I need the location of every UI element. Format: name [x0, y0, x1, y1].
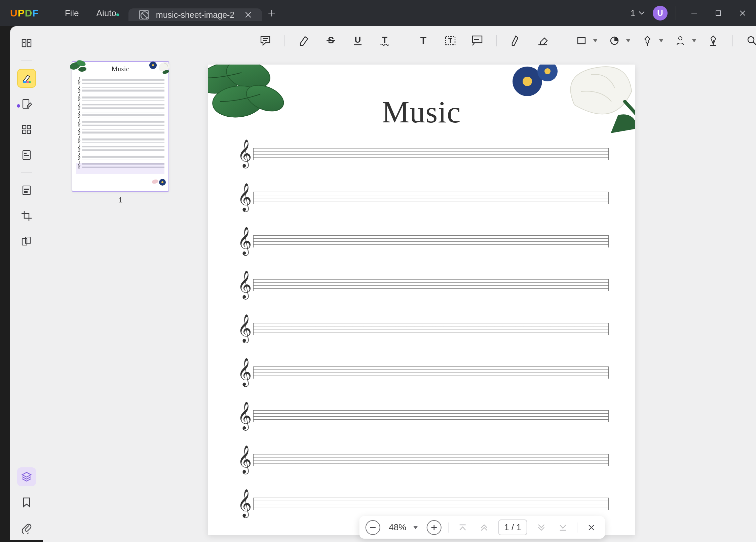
signature-stamp-tool[interactable] [671, 31, 696, 50]
callout-tool[interactable] [467, 31, 487, 50]
strikethrough-tool[interactable]: S [321, 31, 341, 50]
open-docs-counter[interactable]: 1 [627, 8, 649, 18]
music-staff-row: 𝄞 [234, 274, 609, 297]
comment-mode-button[interactable] [17, 69, 36, 88]
page-indicator[interactable]: 1 / 1 [498, 519, 527, 535]
zoom-in-button[interactable] [426, 520, 441, 535]
squiggly-tool[interactable]: T [375, 31, 394, 50]
thumb-mini-staff: 𝄞 [76, 87, 164, 94]
sticker-tool[interactable] [605, 31, 630, 50]
close-icon [739, 9, 746, 17]
music-staff-row: 𝄞 [234, 361, 609, 385]
highlight-tool[interactable] [294, 31, 314, 50]
textbox-tool[interactable]: T [441, 31, 460, 50]
zoom-dropdown[interactable]: 48% [387, 522, 420, 533]
reader-mode-button[interactable] [17, 34, 36, 52]
thumb-mini-staff: 𝄞 [76, 112, 164, 119]
rectangle-tool[interactable] [572, 31, 597, 50]
organize-pages-button[interactable] [17, 120, 36, 139]
treble-clef-icon: 𝄞 [77, 120, 81, 126]
svg-rect-15 [23, 125, 26, 129]
thumb-mini-staff: 𝄞 [76, 95, 164, 103]
treble-clef-icon: 𝄞 [237, 185, 252, 209]
window-maximize-button[interactable] [708, 5, 728, 21]
tab-close-button[interactable] [242, 8, 255, 21]
pencil-icon [511, 35, 521, 47]
zoom-value: 48% [389, 522, 406, 533]
music-staves: 𝄞𝄞𝄞𝄞𝄞𝄞𝄞𝄞𝄞 [208, 143, 635, 516]
thumb-mini-staff: 𝄞 [76, 137, 164, 145]
menu-help[interactable]: Aiuto [88, 8, 125, 18]
bar-line [253, 410, 254, 422]
signature-tool[interactable] [704, 31, 723, 50]
treble-clef-icon: 𝄞 [77, 86, 81, 92]
underline-tool[interactable]: U [348, 31, 368, 50]
chevron-down-icon [639, 11, 645, 15]
stamp-tool-button[interactable] [638, 31, 657, 50]
thumb-mini-staff: 𝄞 [76, 146, 164, 153]
stamp-tool[interactable] [638, 31, 663, 50]
separator [562, 35, 562, 46]
thumbnail-page-number: 1 [59, 196, 182, 204]
staff-lines [82, 104, 164, 110]
signature-stamp-button[interactable] [671, 31, 690, 50]
search-button[interactable] [742, 31, 756, 50]
text-tool[interactable]: T [414, 31, 433, 50]
forms-mode-button[interactable] [17, 146, 36, 164]
note-tool[interactable] [256, 31, 275, 50]
crop-button[interactable] [17, 206, 36, 225]
sticker-tool-button[interactable] [605, 31, 624, 50]
svg-text:S: S [328, 35, 334, 45]
zoom-out-button[interactable] [365, 520, 380, 535]
layers-panel-button[interactable] [17, 467, 36, 486]
attachments-button[interactable] [17, 518, 36, 537]
bar-line [253, 235, 254, 247]
menu-file[interactable]: File [56, 8, 88, 18]
redact-page-icon [21, 185, 32, 196]
svg-rect-20 [24, 153, 27, 154]
previous-page-button[interactable] [477, 520, 491, 535]
document-tab[interactable]: music-sheet-image-2 [128, 8, 262, 21]
svg-text:T: T [420, 35, 426, 46]
first-page-button[interactable] [455, 520, 470, 535]
page-thumbnail[interactable]: Music 𝄞𝄞𝄞𝄞𝄞𝄞𝄞𝄞𝄞𝄞𝄞 [72, 61, 169, 192]
document-page[interactable]: Music 𝄞𝄞𝄞𝄞𝄞𝄞𝄞𝄞𝄞 [208, 65, 635, 535]
callout-icon [471, 35, 483, 47]
bar-line [608, 323, 609, 335]
window-minimize-button[interactable] [684, 5, 704, 21]
page-area: Music 𝄞𝄞𝄞𝄞𝄞𝄞𝄞𝄞𝄞 48% [196, 55, 756, 542]
user-avatar[interactable]: U [653, 6, 668, 21]
edit-mode-button[interactable] [17, 94, 36, 113]
strikethrough-icon: S [325, 35, 337, 47]
staff-lines [82, 79, 164, 84]
last-page-button[interactable] [556, 520, 570, 535]
zoom-page-bar: 48% [359, 516, 605, 539]
compare-button[interactable] [17, 232, 36, 251]
separator [448, 522, 448, 533]
svg-point-58 [161, 181, 163, 183]
svg-rect-7 [716, 11, 721, 15]
rectangle-tool-button[interactable] [572, 31, 591, 50]
redact-button[interactable] [17, 181, 36, 200]
pin-icon [642, 35, 653, 46]
close-icon [245, 11, 252, 18]
bookmarks-button[interactable] [17, 493, 36, 512]
squiggly-underline-icon: T [379, 35, 390, 47]
separator [496, 35, 497, 46]
logo-letter: F [32, 7, 38, 19]
new-tab-button[interactable] [265, 7, 278, 20]
eraser-tool[interactable] [533, 31, 553, 50]
window-close-button[interactable] [732, 5, 753, 21]
next-page-button[interactable] [534, 520, 549, 535]
stamp-person-icon [675, 35, 686, 46]
rail-separator [21, 172, 32, 173]
highlighter-pen-icon [21, 73, 32, 84]
edit-page-icon [21, 98, 32, 110]
pencil-tool[interactable] [506, 31, 526, 50]
close-zoom-bar-button[interactable] [584, 520, 599, 535]
separator [404, 35, 404, 46]
staff-lines [253, 323, 609, 335]
separator [577, 522, 577, 533]
treble-clef-icon: 𝄞 [237, 491, 252, 515]
app-logo: U P D F [0, 7, 48, 19]
